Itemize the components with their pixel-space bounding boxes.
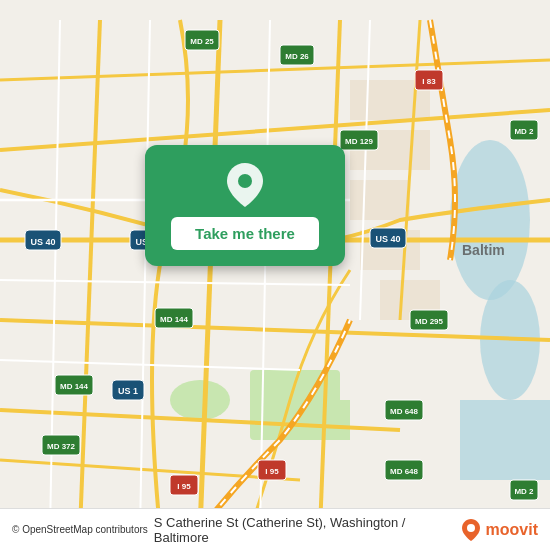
svg-text:MD 129: MD 129 bbox=[345, 137, 374, 146]
svg-text:MD 144: MD 144 bbox=[60, 382, 89, 391]
svg-line-12 bbox=[0, 320, 550, 340]
moovit-pin-icon bbox=[462, 519, 480, 541]
svg-text:MD 648: MD 648 bbox=[390, 467, 419, 476]
svg-line-23 bbox=[0, 360, 300, 370]
svg-text:US 40: US 40 bbox=[375, 234, 400, 244]
svg-line-18 bbox=[200, 20, 220, 530]
svg-text:MD 2: MD 2 bbox=[514, 127, 534, 136]
svg-text:MD 372: MD 372 bbox=[47, 442, 76, 451]
take-me-there-button[interactable]: Take me there bbox=[171, 217, 319, 250]
svg-point-66 bbox=[467, 524, 475, 532]
location-pin-icon bbox=[223, 163, 267, 207]
svg-text:MD 26: MD 26 bbox=[285, 52, 309, 61]
osm-credit: © OpenStreetMap contributors bbox=[12, 524, 148, 535]
svg-point-65 bbox=[238, 174, 252, 188]
svg-text:MD 2: MD 2 bbox=[514, 487, 534, 496]
svg-text:I 95: I 95 bbox=[177, 482, 191, 491]
map-container: US 40 US 40 US 40 MD 144 MD 144 MD 26 MD… bbox=[0, 0, 550, 550]
svg-text:I 83: I 83 bbox=[422, 77, 436, 86]
svg-point-1 bbox=[170, 380, 230, 420]
svg-text:US 1: US 1 bbox=[118, 386, 138, 396]
svg-line-22 bbox=[0, 280, 350, 285]
svg-line-19 bbox=[320, 20, 340, 530]
svg-rect-8 bbox=[350, 180, 410, 220]
svg-text:US 40: US 40 bbox=[30, 237, 55, 247]
svg-rect-2 bbox=[310, 400, 350, 440]
bottom-bar: © OpenStreetMap contributors S Catherine… bbox=[0, 508, 550, 550]
svg-text:Baltim: Baltim bbox=[462, 242, 505, 258]
svg-line-25 bbox=[140, 20, 150, 530]
address-text: S Catherine St (Catherine St), Washingto… bbox=[154, 515, 456, 545]
svg-rect-5 bbox=[460, 400, 550, 480]
map-roads: US 40 US 40 US 40 MD 144 MD 144 MD 26 MD… bbox=[0, 0, 550, 550]
svg-line-14 bbox=[0, 60, 550, 80]
svg-text:I 95: I 95 bbox=[265, 467, 279, 476]
svg-text:MD 648: MD 648 bbox=[390, 407, 419, 416]
svg-line-13 bbox=[0, 110, 550, 150]
moovit-logo-text: moovit bbox=[486, 521, 538, 539]
svg-text:MD 144: MD 144 bbox=[160, 315, 189, 324]
svg-text:MD 25: MD 25 bbox=[190, 37, 214, 46]
popup-card: Take me there bbox=[145, 145, 345, 266]
svg-text:MD 295: MD 295 bbox=[415, 317, 444, 326]
svg-line-17 bbox=[80, 20, 100, 530]
svg-point-3 bbox=[450, 140, 530, 300]
